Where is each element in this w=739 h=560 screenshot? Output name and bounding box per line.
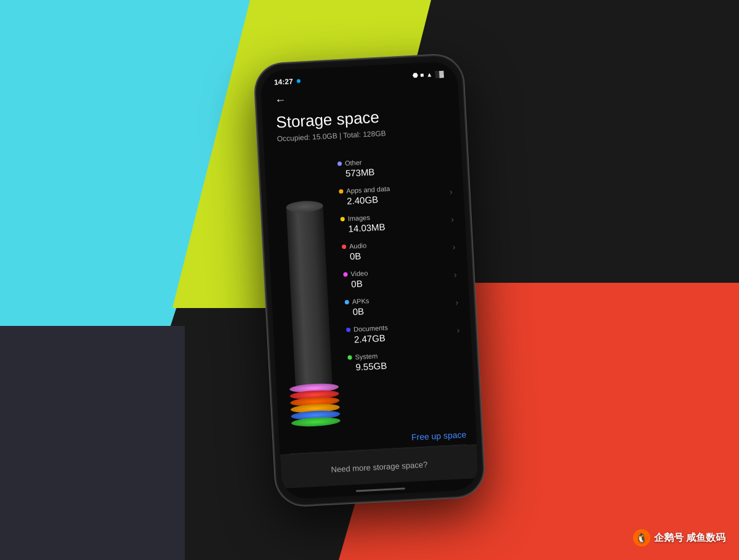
storage-item-apks[interactable]: APKs 0B › xyxy=(343,288,460,321)
apps-chevron: › xyxy=(450,186,453,196)
storage-item-documents[interactable]: Documents 2.47GB › xyxy=(345,316,462,349)
docs-label: Documents xyxy=(353,323,388,333)
cylinder-body xyxy=(286,205,333,386)
docs-value: 2.47GB xyxy=(347,332,389,345)
watermark-text: 企鹅号 咸鱼数码 xyxy=(654,532,725,545)
bottom-banner-text: Need more storage space? xyxy=(331,460,427,474)
storage-item-images[interactable]: Images 14.03MB › xyxy=(339,205,456,238)
system-dot xyxy=(347,355,352,359)
images-chevron: › xyxy=(451,214,454,224)
audio-chevron: › xyxy=(452,241,456,251)
apps-label: Apps and data xyxy=(346,185,390,195)
storage-item-audio[interactable]: Audio 0B › xyxy=(340,233,457,266)
images-value: 14.03MB xyxy=(341,221,386,234)
status-dot xyxy=(296,79,300,83)
storage-item-system: System 9.55GB xyxy=(346,344,463,376)
phone-body: 14:27 ⬣ ■ ▲ ░▓ ← Storage space Occupied:… xyxy=(253,53,485,507)
images-label: Images xyxy=(347,213,370,222)
status-time: 14:27 xyxy=(274,77,293,87)
signal-icon: ■ xyxy=(420,71,424,78)
phone-device: 14:27 ⬣ ■ ▲ ░▓ ← Storage space Occupied:… xyxy=(253,53,485,507)
wifi-icon: ▲ xyxy=(426,70,432,78)
watermark: 🐧 企鹅号 咸鱼数码 xyxy=(633,529,725,546)
audio-dot xyxy=(342,244,346,248)
content-area: Other 573MB Apps and data 2.40GB xyxy=(264,140,476,434)
storage-list: Other 573MB Apps and data 2.40GB xyxy=(336,147,466,424)
docs-chevron: › xyxy=(456,324,460,334)
phone-screen: 14:27 ⬣ ■ ▲ ░▓ ← Storage space Occupied:… xyxy=(260,61,479,500)
storage-item-apps[interactable]: Apps and data 2.40GB › xyxy=(337,177,454,210)
apks-dot xyxy=(345,299,349,304)
video-label: Video xyxy=(350,269,368,277)
apks-value: 0B xyxy=(345,306,370,317)
apks-label: APKs xyxy=(352,297,369,305)
bluetooth-icon: ⬣ xyxy=(412,71,418,78)
video-value: 0B xyxy=(344,278,369,290)
system-label: System xyxy=(355,352,378,360)
notch xyxy=(321,64,396,85)
audio-value: 0B xyxy=(342,250,367,262)
watermark-icon: 🐧 xyxy=(633,529,650,546)
images-dot xyxy=(341,216,345,221)
storage-item-video[interactable]: Video 0B › xyxy=(342,261,459,293)
battery-icon: ░▓ xyxy=(435,70,444,77)
back-button[interactable]: ← xyxy=(275,85,445,107)
other-value: 573MB xyxy=(337,166,374,179)
apks-chevron: › xyxy=(455,297,459,307)
video-dot xyxy=(343,272,347,276)
system-value: 9.55GB xyxy=(348,360,387,372)
other-dot xyxy=(337,161,342,165)
apps-dot xyxy=(339,189,343,193)
stacked-discs xyxy=(289,384,341,427)
home-indicator xyxy=(356,487,405,492)
page-header: ← Storage space Occupied: 15.0GB | Total… xyxy=(261,79,461,152)
audio-label: Audio xyxy=(349,241,367,250)
other-label: Other xyxy=(345,158,362,166)
video-chevron: › xyxy=(454,269,458,279)
bg-dark-bottom xyxy=(0,326,185,560)
apps-value: 2.40GB xyxy=(339,193,391,206)
status-icons: ⬣ ■ ▲ ░▓ xyxy=(412,70,444,78)
docs-dot xyxy=(346,327,350,331)
storage-chart xyxy=(274,154,344,428)
storage-item-other: Other 573MB xyxy=(336,150,453,182)
